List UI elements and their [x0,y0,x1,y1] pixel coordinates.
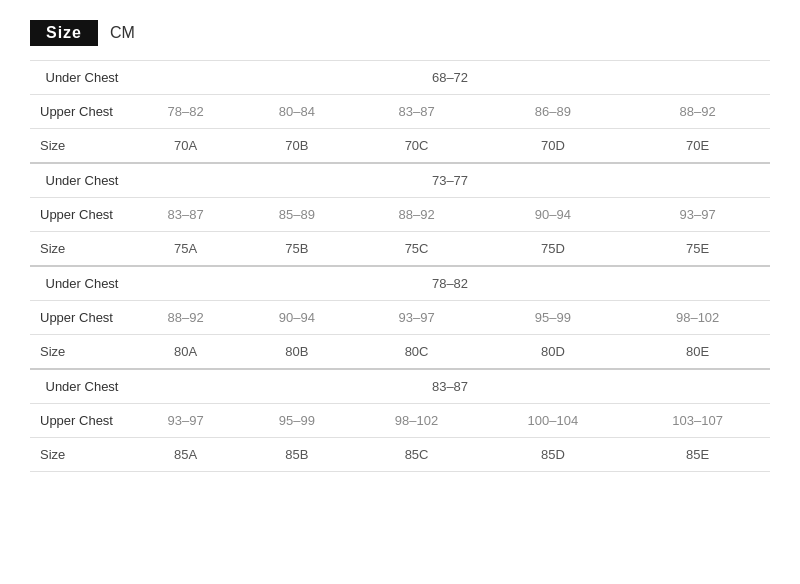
upper-chest-row: Upper Chest83–8785–8988–9290–9493–97 [30,198,770,232]
upper-chest-value: 88–92 [130,301,241,335]
size-row: Size75A75B75C75D75E [30,232,770,267]
size-value: 75E [625,232,770,267]
under-chest-value: 73–77 [130,163,770,198]
under-chest-label: Under Chest [30,266,130,301]
upper-chest-value: 88–92 [353,198,481,232]
under-chest-label: Under Chest [30,369,130,404]
size-value: 70B [241,129,352,164]
upper-chest-value: 100–104 [481,404,626,438]
upper-chest-value: 85–89 [241,198,352,232]
size-badge: Size [30,20,98,46]
under-chest-row: Under Chest68–72 [30,61,770,95]
size-label: Size [30,438,130,472]
size-row: Size70A70B70C70D70E [30,129,770,164]
size-value: 85E [625,438,770,472]
under-chest-row: Under Chest83–87 [30,369,770,404]
upper-chest-label: Upper Chest [30,95,130,129]
upper-chest-row: Upper Chest93–9795–9998–102100–104103–10… [30,404,770,438]
upper-chest-row: Upper Chest88–9290–9493–9795–9998–102 [30,301,770,335]
page-header: Size CM [30,20,135,46]
size-chart-table: Under Chest68–72Upper Chest78–8280–8483–… [30,60,770,472]
size-value: 85A [130,438,241,472]
upper-chest-value: 88–92 [625,95,770,129]
upper-chest-value: 80–84 [241,95,352,129]
upper-chest-value: 86–89 [481,95,626,129]
size-label: Size [30,129,130,164]
size-value: 70A [130,129,241,164]
upper-chest-value: 90–94 [241,301,352,335]
size-value: 75C [353,232,481,267]
size-value: 70E [625,129,770,164]
size-row: Size85A85B85C85D85E [30,438,770,472]
under-chest-value: 68–72 [130,61,770,95]
upper-chest-value: 83–87 [130,198,241,232]
upper-chest-value: 103–107 [625,404,770,438]
size-row: Size80A80B80C80D80E [30,335,770,370]
upper-chest-value: 90–94 [481,198,626,232]
upper-chest-value: 95–99 [481,301,626,335]
size-value: 75B [241,232,352,267]
upper-chest-value: 98–102 [353,404,481,438]
size-value: 80A [130,335,241,370]
size-label: Size [30,232,130,267]
under-chest-value: 78–82 [130,266,770,301]
size-value: 75D [481,232,626,267]
size-label: Size [30,335,130,370]
upper-chest-value: 93–97 [353,301,481,335]
size-value: 80E [625,335,770,370]
size-value: 75A [130,232,241,267]
size-value: 85D [481,438,626,472]
size-value: 80B [241,335,352,370]
upper-chest-label: Upper Chest [30,301,130,335]
upper-chest-value: 98–102 [625,301,770,335]
upper-chest-label: Upper Chest [30,404,130,438]
size-value: 70D [481,129,626,164]
upper-chest-value: 95–99 [241,404,352,438]
size-value: 80D [481,335,626,370]
size-value: 85B [241,438,352,472]
unit-label: CM [110,24,135,42]
upper-chest-label: Upper Chest [30,198,130,232]
size-value: 85C [353,438,481,472]
under-chest-row: Under Chest73–77 [30,163,770,198]
upper-chest-value: 78–82 [130,95,241,129]
upper-chest-value: 93–97 [130,404,241,438]
size-value: 80C [353,335,481,370]
under-chest-label: Under Chest [30,163,130,198]
upper-chest-row: Upper Chest78–8280–8483–8786–8988–92 [30,95,770,129]
size-value: 70C [353,129,481,164]
under-chest-row: Under Chest78–82 [30,266,770,301]
under-chest-label: Under Chest [30,61,130,95]
upper-chest-value: 83–87 [353,95,481,129]
upper-chest-value: 93–97 [625,198,770,232]
under-chest-value: 83–87 [130,369,770,404]
